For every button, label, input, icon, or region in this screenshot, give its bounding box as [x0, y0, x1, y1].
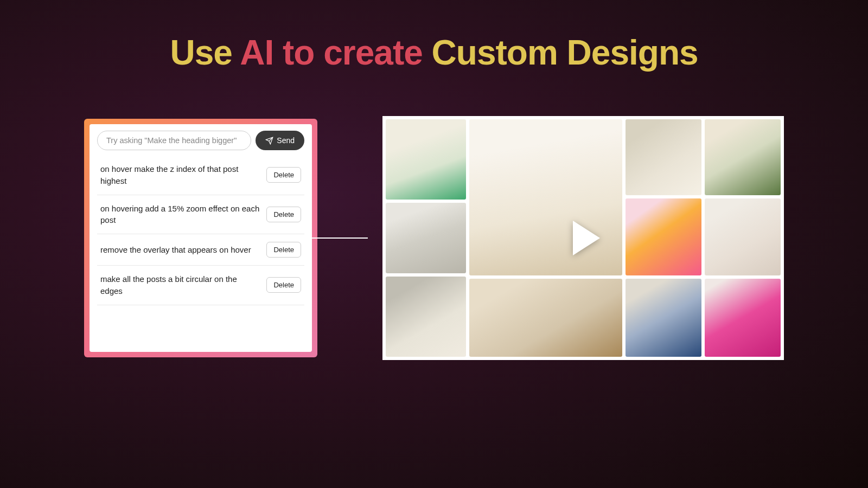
image-gallery[interactable] [382, 116, 784, 360]
slide-title: Use AI to create Custom Designs [0, 0, 868, 73]
ai-chat-panel: Try asking "Make the heading bigger" Sen… [84, 119, 317, 357]
chat-inner: Try asking "Make the heading bigger" Sen… [90, 124, 312, 352]
gallery-tile[interactable] [705, 198, 781, 275]
title-part-3: Custom Designs [432, 33, 698, 72]
gallery-tile[interactable] [705, 279, 781, 357]
gallery-tile[interactable] [705, 119, 781, 195]
delete-button[interactable]: Delete [266, 277, 301, 293]
delete-button[interactable]: Delete [266, 207, 301, 222]
gallery-tile[interactable] [386, 119, 466, 200]
send-button[interactable]: Send [256, 131, 304, 150]
gallery-tile[interactable] [469, 119, 622, 275]
gallery-tile[interactable] [626, 279, 701, 357]
prompt-item: remove the overlay that appears on hover… [97, 234, 304, 266]
prompt-item: on hovering add a 15% zoom effect on eac… [97, 195, 304, 235]
title-part-2: AI to create [240, 33, 431, 72]
send-icon [265, 137, 273, 145]
prompt-text: on hover make the z index of that post h… [100, 163, 260, 187]
prompt-item: on hover make the z index of that post h… [97, 156, 304, 195]
delete-button[interactable]: Delete [266, 242, 301, 258]
title-part-1: Use [170, 33, 240, 72]
prompt-text: remove the overlay that appears on hover [100, 244, 251, 256]
gallery-tile[interactable] [469, 279, 622, 357]
connector-line [302, 237, 368, 239]
prompt-item: make all the posts a bit circular on the… [97, 266, 304, 305]
gallery-grid [386, 119, 781, 357]
gallery-tile[interactable] [626, 198, 701, 275]
prompt-text: on hovering add a 15% zoom effect on eac… [100, 203, 260, 227]
prompt-input[interactable]: Try asking "Make the heading bigger" [97, 131, 251, 150]
gallery-tile[interactable] [626, 119, 701, 195]
gallery-tile[interactable] [386, 277, 466, 357]
gallery-tile[interactable] [386, 203, 466, 273]
prompt-text: make all the posts a bit circular on the… [100, 273, 260, 297]
content-row: Try asking "Make the heading bigger" Sen… [0, 116, 868, 360]
prompt-list: on hover make the z index of that post h… [97, 156, 304, 345]
send-label: Send [277, 136, 295, 145]
input-row: Try asking "Make the heading bigger" Sen… [97, 131, 304, 150]
delete-button[interactable]: Delete [266, 167, 301, 183]
